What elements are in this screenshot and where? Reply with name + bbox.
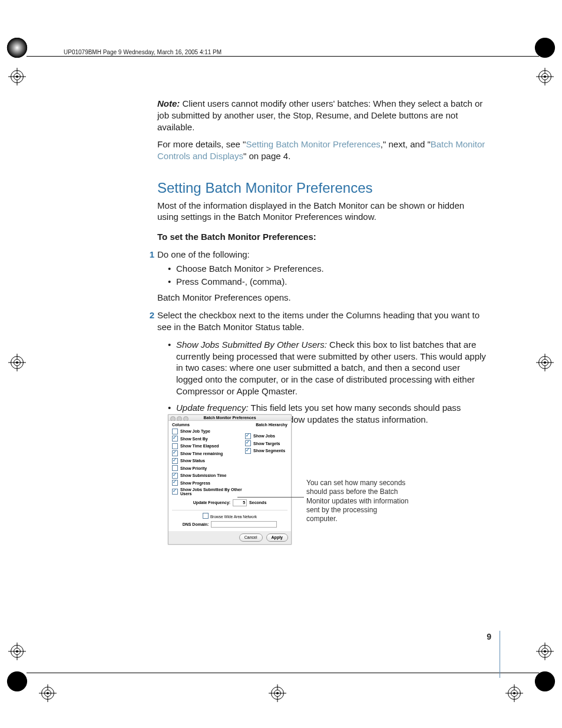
register-fan-icon — [534, 670, 556, 693]
svg-point-2 — [535, 38, 555, 58]
bullet: Press Command-, (comma). — [176, 276, 487, 288]
procedure-heading: To set the Batch Monitor Preferences: — [157, 231, 487, 243]
note-paragraph: Note: Client users cannot modify other u… — [157, 98, 487, 133]
checkbox[interactable] — [172, 450, 178, 456]
column-headers: Columns Batch Hierarchy — [172, 423, 287, 427]
checkbox[interactable] — [245, 440, 251, 446]
checkbox-label: Show Job Type — [180, 429, 210, 433]
checkbox-row: Show Time Elapsed — [172, 443, 249, 449]
step-text: Select the checkbox next to the items un… — [157, 310, 480, 332]
checkbox-label: Show Jobs Submitted By Other Users — [180, 487, 249, 496]
columns-list: Show Job TypeShow Sent ByShow Time Elaps… — [172, 429, 249, 496]
update-frequency-row: Update Frequency: 5 Seconds — [172, 499, 287, 506]
checkbox-row: Show Job Type — [172, 429, 249, 434]
columns-heading: Columns — [172, 423, 190, 427]
svg-point-4 — [535, 671, 555, 691]
checkbox-row: Show Time remaining — [172, 450, 249, 456]
apply-button[interactable]: Apply — [266, 533, 288, 542]
checkbox-label: Show Segments — [253, 449, 285, 453]
body-text: Note: Client users cannot modify other u… — [157, 98, 487, 430]
register-fan-icon — [6, 670, 28, 693]
checkbox-row: Show Progress — [172, 480, 249, 486]
checkbox[interactable] — [172, 480, 178, 486]
section-heading: Setting Batch Monitor Preferences — [157, 179, 487, 197]
xref-paragraph: For more details, see "Setting Batch Mon… — [157, 139, 487, 162]
freq-label: Update Frequency: — [193, 500, 230, 505]
page-rule — [500, 631, 500, 678]
bullet: Show Jobs Submitted By Other Users: Chec… — [176, 339, 487, 397]
crosshair-icon — [8, 68, 26, 85]
checkbox-row: Show Sent By — [172, 436, 249, 442]
cancel-button[interactable]: Cancel — [239, 533, 263, 542]
dialog-buttons: Cancel Apply — [168, 531, 291, 544]
hierarchy-list: Show JobsShow TargetsShow Segments — [245, 431, 286, 455]
wan-checkbox[interactable] — [203, 513, 209, 519]
dns-row: DNS Domain: — [172, 521, 287, 528]
step-number: 2 — [146, 309, 154, 321]
xref-link-preferences[interactable]: Setting Batch Monitor Preferences — [246, 139, 380, 149]
crosshair-icon — [536, 354, 554, 371]
checkbox[interactable] — [172, 465, 178, 471]
checkbox-label: Show Time remaining — [180, 452, 223, 456]
checkbox-row: Show Priority — [172, 465, 249, 471]
checkbox-label: Show Status — [180, 459, 205, 463]
dns-input[interactable] — [211, 521, 277, 528]
step-2: 2 Select the checkbox next to the items … — [157, 309, 487, 425]
wan-label: Browse Wide Area Network — [210, 515, 257, 519]
crop-line-bottom — [27, 673, 539, 673]
wan-row: Browse Wide Area Network — [172, 510, 287, 519]
crosshair-icon — [8, 354, 26, 371]
dns-label: DNS Domain: — [183, 522, 209, 526]
register-fan-icon — [6, 37, 28, 59]
checkbox-row: Show Segments — [245, 448, 286, 454]
text: ," next, and " — [381, 139, 431, 149]
bullet: Choose Batch Monitor > Preferences. — [176, 263, 487, 275]
register-fan-icon — [534, 37, 556, 59]
checkbox[interactable] — [172, 429, 178, 434]
step-number: 1 — [146, 249, 154, 261]
note-body: Client users cannot modify other users' … — [157, 98, 482, 132]
svg-point-3 — [7, 671, 27, 691]
crop-line-top — [27, 56, 539, 57]
step-text: Do one of the following: — [157, 249, 250, 259]
step-1: 1 Do one of the following: Choose Batch … — [157, 249, 487, 304]
checkbox-label: Show Jobs — [253, 434, 275, 438]
crosshair-icon — [505, 684, 523, 702]
checkbox[interactable] — [172, 473, 178, 479]
checkbox-row: Show Status — [172, 458, 249, 464]
checkbox-label: Show Submission Time — [180, 473, 226, 477]
figure-annotation: You can set how many seconds should pass… — [306, 479, 409, 524]
callout-line — [237, 497, 304, 498]
option-label: Update frequency: — [176, 403, 249, 413]
checkbox[interactable] — [172, 489, 178, 495]
dialog-titlebar: Batch Monitor Preferences — [168, 415, 291, 421]
page-number: 9 — [487, 632, 491, 641]
option-label: Show Jobs Submitted By Other Users: — [176, 340, 327, 350]
text: " on page 4. — [243, 151, 290, 161]
checkbox-row: Show Targets — [245, 440, 286, 446]
text: For more details, see " — [157, 139, 246, 149]
checkbox[interactable] — [172, 436, 178, 442]
checkbox[interactable] — [245, 433, 251, 439]
crosshair-icon — [39, 684, 57, 702]
checkbox-label: Show Priority — [180, 466, 207, 470]
svg-point-1 — [7, 38, 27, 58]
checkbox[interactable] — [172, 443, 178, 449]
dialog-title: Batch Monitor Preferences — [203, 416, 256, 420]
checkbox-label: Show Sent By — [180, 437, 208, 441]
crosshair-icon — [536, 643, 554, 660]
checkbox-row: Show Jobs — [245, 433, 286, 439]
running-header: UP01079BMH Page 9 Wednesday, March 16, 2… — [64, 49, 222, 55]
checkbox[interactable] — [245, 448, 251, 454]
hierarchy-heading: Batch Hierarchy — [256, 423, 287, 427]
section-intro: Most of the information displayed in the… — [157, 200, 487, 223]
note-label: Note: — [157, 98, 180, 108]
checkbox[interactable] — [172, 458, 178, 464]
checkbox-label: Show Progress — [180, 481, 210, 485]
crosshair-icon — [8, 643, 26, 660]
preferences-dialog-figure: Batch Monitor Preferences Columns Batch … — [168, 414, 292, 545]
checkbox-row: Show Submission Time — [172, 473, 249, 479]
crosshair-icon — [536, 68, 554, 85]
freq-input[interactable]: 5 — [233, 499, 247, 506]
checkbox-label: Show Targets — [253, 442, 280, 446]
